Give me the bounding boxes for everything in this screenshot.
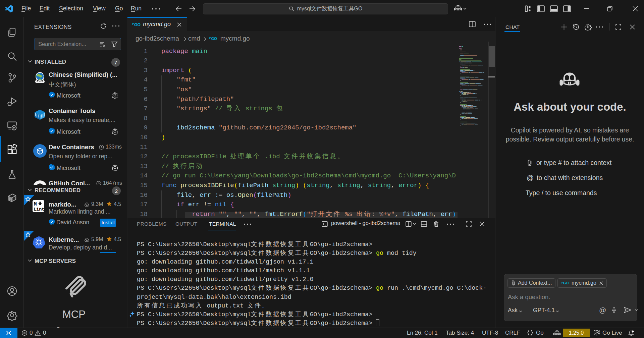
svg-text:M: M bbox=[34, 202, 37, 207]
svg-text:Lint: Lint bbox=[34, 207, 44, 212]
svg-text:GO: GO bbox=[211, 36, 217, 41]
svg-text:GO: GO bbox=[563, 281, 569, 285]
svg-text:GO: GO bbox=[134, 22, 141, 27]
